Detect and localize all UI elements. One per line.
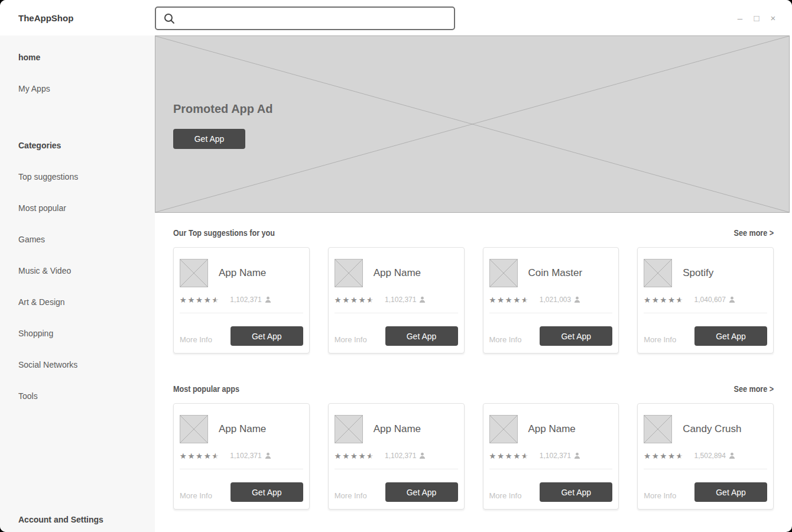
get-app-button[interactable]: Get App [231,482,303,502]
search-icon [163,12,176,25]
more-info-link[interactable]: More Info [489,335,522,346]
section-top-suggestions: Our Top suggestions for you See more > A… [155,228,792,353]
see-more-link[interactable]: See more > [733,228,774,238]
sidebar-item-tools[interactable]: Tools [0,380,155,411]
sidebar-item-games[interactable]: Games [0,223,155,255]
get-app-button[interactable]: Get App [385,326,458,346]
sidebar-item-social-networks[interactable]: Social Networks [0,349,155,380]
star-rating: ★★★★★★★★★★ [335,452,375,460]
window-controls: – □ × [735,0,778,35]
section-title: Our Top suggestions for you [173,228,275,238]
person-icon [729,450,735,461]
more-info-link[interactable]: More Info [335,335,367,346]
get-app-button[interactable]: Get App [694,482,767,502]
sidebar-categories-header: Categories [0,129,155,161]
sidebar-item-my-apps[interactable]: My Apps [0,73,155,104]
see-more-link[interactable]: See more > [733,384,774,394]
star-rating: ★★★★★★★★★★ [180,452,220,460]
sidebar-item-home[interactable]: home [0,41,155,73]
app-thumbnail-placeholder [180,415,208,443]
divider [489,469,613,469]
divider [644,469,767,469]
person-icon [265,294,271,305]
sidebar-item-most-popular[interactable]: Most popular [0,192,155,223]
get-app-button[interactable]: Get App [540,482,612,502]
user-count: 1,102,371 [385,452,416,460]
star-rating: ★★★★★★★★★★ [644,452,684,460]
app-name: App Name [528,423,576,435]
more-info-link[interactable]: More Info [644,335,676,346]
divider [180,469,303,469]
main-content: Promoted App Ad Get App Our Top suggesti… [155,35,792,532]
app-thumbnail-placeholder [644,259,672,287]
sidebar-item-top-suggestions[interactable]: Top suggestions [0,161,155,192]
app-thumbnail-placeholder [489,259,518,287]
star-rating: ★★★★★★★★★★ [644,296,684,304]
person-icon [574,294,580,305]
user-count: 1,102,371 [230,296,261,304]
app-card: Candy Crush ★★★★★★★★★★ 1,502,894 More In… [637,403,774,510]
sidebar-item-art-design[interactable]: Art & Design [0,286,155,317]
more-info-link[interactable]: More Info [335,491,367,502]
person-icon [419,450,426,461]
sidebar-item-music-video[interactable]: Music & Video [0,255,155,286]
user-count: 1,102,371 [230,452,261,460]
more-info-link[interactable]: More Info [180,491,212,502]
app-thumbnail-placeholder [335,415,363,443]
maximize-button[interactable]: □ [752,14,761,22]
app-window: TheAppShop – □ × home My Apps Categories… [0,0,792,532]
get-app-button[interactable]: Get App [694,326,767,346]
sidebar-item-account-settings[interactable]: Account and Settings [18,515,103,524]
search-box[interactable] [155,7,455,30]
more-info-link[interactable]: More Info [644,491,676,502]
star-rating: ★★★★★★★★★★ [489,452,530,460]
user-count: 1,102,371 [385,296,416,304]
get-app-button[interactable]: Get App [231,326,303,346]
app-name: App Name [374,423,421,435]
banner-title: Promoted App Ad [173,102,273,116]
app-card: App Name ★★★★★★★★★★ 1,102,371 More Info … [328,403,465,510]
app-name: App Name [374,267,421,279]
banner-get-app-button[interactable]: Get App [173,129,245,149]
app-card: App Name ★★★★★★★★★★ 1,102,371 More Info … [328,247,465,353]
minimize-button[interactable]: – [735,14,745,22]
divider [180,313,303,313]
sidebar-item-shopping[interactable]: Shopping [0,317,155,349]
divider [644,313,767,313]
app-card: App Name ★★★★★★★★★★ 1,102,371 More Info … [483,403,619,510]
app-name: App Name [219,267,266,279]
divider [335,469,458,469]
user-count: 1,102,371 [540,452,571,460]
star-rating: ★★★★★★★★★★ [180,296,220,304]
promoted-ad-banner: Promoted App Ad Get App [155,35,790,213]
get-app-button[interactable]: Get App [540,326,612,346]
divider [335,313,458,313]
user-count: 1,502,894 [694,452,726,460]
star-rating: ★★★★★★★★★★ [335,296,375,304]
app-name: Coin Master [528,267,583,279]
more-info-link[interactable]: More Info [180,335,212,346]
app-name: App Name [219,423,266,435]
more-info-link[interactable]: More Info [489,491,522,502]
app-name: Spotify [683,267,713,279]
divider [489,313,613,313]
section-title: Most popular apps [173,384,239,394]
app-card: Coin Master ★★★★★★★★★★ 1,021,003 More In… [483,247,619,353]
user-count: 1,040,607 [694,296,726,304]
person-icon [419,294,426,305]
user-count: 1,021,003 [540,296,571,304]
app-thumbnail-placeholder [489,415,518,443]
get-app-button[interactable]: Get App [385,482,458,502]
person-icon [265,450,271,461]
section-most-popular: Most popular apps See more > App Name ★★… [155,384,792,510]
app-title: TheAppShop [18,13,73,23]
search-input[interactable] [181,14,447,23]
close-button[interactable]: × [768,14,778,22]
app-thumbnail-placeholder [644,415,672,443]
person-icon [574,450,580,461]
app-thumbnail-placeholder [335,259,363,287]
top-bar: TheAppShop – □ × [0,0,792,35]
app-thumbnail-placeholder [180,259,208,287]
person-icon [729,294,735,305]
app-card: App Name ★★★★★★★★★★ 1,102,371 More Info … [173,403,310,510]
